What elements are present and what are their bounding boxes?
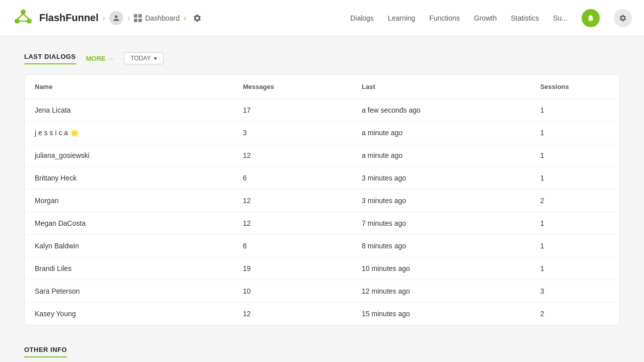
nav-functions[interactable]: Functions (429, 14, 460, 22)
cell-sessions: 1 (530, 99, 619, 122)
main-content: LAST DIALOGS MORE → TODAY ▾ Name Message… (0, 36, 644, 362)
table-row[interactable]: Brandi Liles 19 10 minutes ago 1 (25, 257, 619, 280)
table-row[interactable]: juliana_gosiewski 12 a minute ago 1 (25, 144, 619, 167)
cell-last: a minute ago (352, 122, 530, 144)
nav-learning[interactable]: Learning (388, 14, 416, 22)
table-row[interactable]: Kasey Young 12 15 minutes ago 2 (25, 303, 619, 325)
cell-sessions: 1 (530, 235, 619, 257)
cell-name: Kasey Young (25, 303, 233, 325)
cell-last: 7 minutes ago (352, 212, 530, 235)
cell-messages: 10 (233, 280, 352, 303)
dropdown-arrow-icon: ▾ (154, 55, 157, 62)
cell-messages: 12 (233, 303, 352, 325)
app-name: FlashFunnel (39, 12, 99, 24)
user-breadcrumb-icon[interactable] (109, 11, 123, 25)
cell-last: 12 minutes ago (352, 280, 530, 303)
cell-messages: 17 (233, 99, 352, 122)
cell-sessions: 1 (530, 144, 619, 167)
cell-name: j e s s i c a 🌟 (25, 122, 233, 144)
header: FlashFunnel › › Dashboard › Dialogs Lear… (0, 0, 644, 36)
last-dialogs-header: LAST DIALOGS MORE → TODAY ▾ (24, 52, 620, 64)
table-row[interactable]: Sara Peterson 10 12 minutes ago 3 (25, 280, 619, 303)
cell-messages: 19 (233, 257, 352, 280)
other-info-title: OTHER INFO (24, 346, 67, 357)
dashboard-label: Dashboard (145, 14, 180, 22)
table-row[interactable]: Megan DaCosta 12 7 minutes ago 1 (25, 212, 619, 235)
col-header-name: Name (25, 75, 233, 99)
cell-sessions: 3 (530, 280, 619, 303)
cell-messages: 12 (233, 190, 352, 212)
table-body: Jena Licata 17 a few seconds ago 1 j e s… (25, 99, 619, 325)
cell-sessions: 1 (530, 167, 619, 190)
nav-dialogs[interactable]: Dialogs (350, 14, 374, 22)
nav-support[interactable]: Su... (553, 14, 568, 22)
table-row[interactable]: j e s s i c a 🌟 3 a minute ago 1 (25, 122, 619, 144)
main-nav: Dialogs Learning Functions Growth Statis… (350, 9, 632, 27)
cell-last: a few seconds ago (352, 99, 530, 122)
dialogs-table: Name Messages Last Sessions Jena Licata … (25, 75, 619, 325)
cell-name: Jena Licata (25, 99, 233, 122)
table-row[interactable]: Brittany Heck 6 3 minutes ago 1 (25, 167, 619, 190)
cell-name: Brittany Heck (25, 167, 233, 190)
svg-line-3 (17, 14, 23, 19)
col-header-sessions: Sessions (530, 75, 619, 99)
cell-name: Morgan (25, 190, 233, 212)
col-header-last: Last (352, 75, 530, 99)
breadcrumb-arrow-3: › (184, 14, 186, 23)
cell-sessions: 1 (530, 212, 619, 235)
dialogs-table-container: Name Messages Last Sessions Jena Licata … (24, 74, 620, 325)
cell-name: Megan DaCosta (25, 212, 233, 235)
grid-icon (134, 14, 142, 22)
cell-sessions: 2 (530, 303, 619, 325)
cell-messages: 3 (233, 122, 352, 144)
cell-sessions: 1 (530, 122, 619, 144)
more-link[interactable]: MORE → (86, 55, 114, 62)
cell-messages: 12 (233, 212, 352, 235)
logo-link[interactable]: FlashFunnel (12, 7, 99, 29)
cell-sessions: 2 (530, 190, 619, 212)
cell-last: 8 minutes ago (352, 235, 530, 257)
other-info-section: OTHER INFO (24, 345, 620, 357)
today-label: TODAY (130, 55, 150, 62)
cell-name: Kalyn Baldwin (25, 235, 233, 257)
settings-breadcrumb-icon[interactable] (190, 11, 204, 25)
cell-name: Brandi Liles (25, 257, 233, 280)
dashboard-breadcrumb[interactable]: Dashboard (134, 14, 180, 22)
today-filter[interactable]: TODAY ▾ (124, 52, 163, 64)
nav-growth[interactable]: Growth (474, 14, 497, 22)
cell-name: juliana_gosiewski (25, 144, 233, 167)
svg-point-0 (21, 10, 26, 15)
cell-last: 10 minutes ago (352, 257, 530, 280)
table-row[interactable]: Morgan 12 3 minutes ago 2 (25, 190, 619, 212)
table-row[interactable]: Jena Licata 17 a few seconds ago 1 (25, 99, 619, 122)
cell-messages: 6 (233, 167, 352, 190)
cell-messages: 12 (233, 144, 352, 167)
svg-line-4 (23, 14, 29, 19)
cell-last: 15 minutes ago (352, 303, 530, 325)
cell-last: a minute ago (352, 144, 530, 167)
notification-button[interactable] (582, 9, 600, 27)
breadcrumb-arrow-2: › (127, 14, 130, 23)
cell-messages: 6 (233, 235, 352, 257)
flashfunnel-logo-icon (12, 7, 34, 29)
cell-last: 3 minutes ago (352, 167, 530, 190)
header-settings-button[interactable] (614, 9, 632, 27)
cell-sessions: 1 (530, 257, 619, 280)
nav-statistics[interactable]: Statistics (511, 14, 539, 22)
last-dialogs-title: LAST DIALOGS (24, 53, 76, 64)
cell-last: 3 minutes ago (352, 190, 530, 212)
cell-name: Sara Peterson (25, 280, 233, 303)
table-row[interactable]: Kalyn Baldwin 6 8 minutes ago 1 (25, 235, 619, 257)
breadcrumb-arrow-1: › (103, 14, 105, 23)
table-header: Name Messages Last Sessions (25, 75, 619, 99)
col-header-messages: Messages (233, 75, 352, 99)
